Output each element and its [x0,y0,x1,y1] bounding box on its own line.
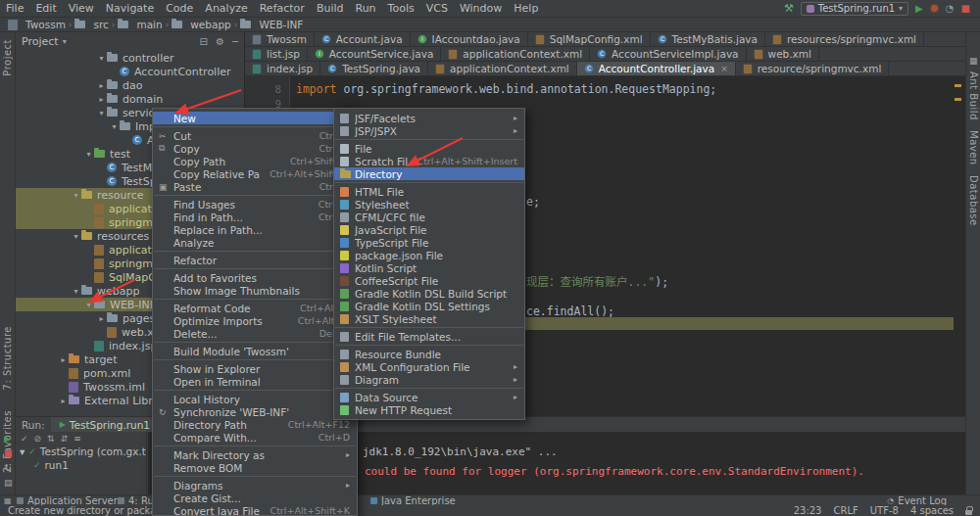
menu-item-compare-with[interactable]: Compare With...Ctrl+D [153,431,357,444]
menu-item-local-history[interactable]: Local History▸ [153,393,357,405]
menu-item-coffeescript-file[interactable]: CoffeeScript File [334,274,524,287]
close-icon[interactable]: × [720,64,728,73]
menu-item-new[interactable]: New▸ [153,112,357,124]
menu-item-paste[interactable]: ▣PasteCtrl+V [153,180,357,193]
tool-button-7-structure[interactable]: 7: Structure [2,326,13,390]
menu-item-gradle-kotlin-dsl-build-script[interactable]: Gradle Kotlin DSL Build Script [334,287,524,300]
chevron-down-icon[interactable]: ▾ [71,287,81,296]
indent-widget[interactable]: 4 spaces [910,505,954,516]
menu-analyze[interactable]: Analyze [199,0,253,17]
tool-button-database[interactable]: Database [968,175,979,226]
error-stripe-mark[interactable] [955,98,961,101]
tab-applicationcontext-xml[interactable]: applicationContext.xml [441,47,590,61]
debug-button[interactable] [930,4,939,13]
menu-item-jsf-facelets[interactable]: JSF/Facelets▸ [334,112,524,124]
test-tree-item-run1[interactable]: ✓run1 [16,458,146,472]
menu-item-diagram[interactable]: Diagram▸ [334,373,524,386]
menu-item-show-image-thumbnails[interactable]: Show Image Thumbnails [153,284,357,297]
menu-item-replace-in-path[interactable]: Replace in Path... [153,223,357,236]
menu-item-kotlin-script[interactable]: Kotlin Script [334,261,524,274]
menu-code[interactable]: Code [160,0,199,17]
error-stripe-mark[interactable] [955,84,961,87]
menu-refactor[interactable]: Refactor [254,0,311,17]
refresh-button[interactable]: ↻ [4,463,12,473]
menu-build[interactable]: Build [311,0,350,17]
menu-item-copy-path[interactable]: Copy PathCtrl+Shift+C [153,155,357,167]
tab-testspring-java[interactable]: CTestSpring.java [320,62,428,75]
coverage-button[interactable]: ◔ [946,3,955,14]
menu-item-directory[interactable]: Directory [334,167,524,180]
tab-resources-springmvc-xml[interactable]: resources/springmvc.xml [765,32,924,46]
menu-item-add-to-favorites[interactable]: Add to Favorites▸ [153,271,357,284]
menu-item-find-in-path[interactable]: Find in Path...Ctrl+H [153,211,357,223]
hide-panel-icon[interactable]: ─ [232,36,238,47]
chevron-down-icon[interactable]: ▾ [71,191,81,200]
chevron-down-icon[interactable]: ▾ [96,54,107,63]
filter-passed-icon[interactable]: ✓ [21,434,28,444]
menu-item-jsp-jspx[interactable]: JSP/JSPX▸ [334,124,524,137]
tab-web-xml[interactable]: web.xml [747,47,819,61]
caret-position[interactable]: 23:23 [794,505,822,516]
breadcrumb-webapp[interactable]: webapp [172,19,230,30]
breadcrumb-main[interactable]: main [118,19,162,30]
tab-account-java[interactable]: CAccount.java [315,32,411,46]
tab-applicationcontext-xml[interactable]: applicationContext.xml [428,62,577,75]
chevron-right-icon[interactable]: ▸ [96,81,107,90]
menu-item-refactor[interactable]: Refactor▸ [153,254,357,266]
filter-ignored-icon[interactable]: ⊘ [34,434,42,444]
menu-item-xml-configuration-file[interactable]: XML Configuration File▸ [334,360,524,373]
run-button[interactable]: ▶ [915,3,923,14]
tab-sqlmapconfig-xml[interactable]: SqlMapConfig.xml [528,32,651,46]
tab-testmybatis-java[interactable]: CTestMyBatis.java [651,32,765,46]
tree-item-dao[interactable]: ▸dao [16,78,244,92]
menu-file[interactable]: File [0,0,29,17]
chevron-down-icon[interactable]: ▾ [83,301,94,309]
run-config-selector[interactable]: TestSpring.run1 ▾ [801,2,908,16]
chevron-right-icon[interactable]: ▸ [96,314,107,323]
menu-item-remove-bom[interactable]: Remove BOM [153,461,357,474]
menu-item-diagrams[interactable]: Diagrams▸ [153,479,357,492]
tab-accountservice-java[interactable]: IAccountService.java [308,47,442,61]
menu-item-xslt-stylesheet[interactable]: XSLT Stylesheet [334,312,524,325]
tool-button-project[interactable]: Project [2,39,13,76]
menu-item-new-http-request[interactable]: New HTTP Request [334,403,524,416]
sort-icon[interactable]: ⇅ [47,434,55,444]
menu-item-html-file[interactable]: HTML File [334,185,524,198]
menu-item-copy-relative-path[interactable]: Copy Relative PathCtrl+Alt+Shift+C [153,167,357,180]
menu-item-stylesheet[interactable]: Stylesheet [334,198,524,211]
stop-button[interactable]: ■ [4,448,13,458]
menu-item-cfml-cfc-file[interactable]: CFML/CFC file [334,211,524,223]
chevron-down-icon[interactable]: ▾ [83,150,94,159]
menu-item-show-in-explorer[interactable]: Show in Explorer [153,362,357,375]
tab-twossm[interactable]: Twossm [245,32,315,46]
menu-item-synchronize-web-inf[interactable]: ↻Synchronize 'WEB-INF' [153,405,357,418]
tab-index-jsp[interactable]: index.jsp [245,62,320,75]
menu-item-edit-file-templates[interactable]: Edit File Templates... [334,330,524,343]
breadcrumb-src[interactable]: src [74,19,108,30]
tab-iaccountdao-java[interactable]: IIAccountdao.java [411,32,528,46]
menu-item-gradle-kotlin-dsl-settings[interactable]: Gradle Kotlin DSL Settings [334,300,524,312]
menu-item-mark-directory-as[interactable]: Mark Directory as▸ [153,448,357,461]
menu-item-file[interactable]: File [334,142,524,155]
tab-list-jsp[interactable]: list.jsp [245,47,308,61]
menu-item-cut[interactable]: ✂CutCtrl+X [153,129,357,142]
build-hammer-icon[interactable]: ⚒ [784,2,794,15]
menu-item-reformat-code[interactable]: Reformat CodeCtrl+Alt+L [153,302,357,314]
menu-item-find-usages[interactable]: Find UsagesCtrl+G [153,198,357,211]
chevron-down-icon[interactable]: ▾ [20,446,24,457]
tool-button-ant-build[interactable]: Ant Build [968,71,979,120]
run-tab[interactable]: ▶ TestSpring.run1 [51,417,159,432]
chevron-down-icon[interactable]: ▾ [109,122,120,131]
tree-item-accountcontroller[interactable]: CAccountController [16,65,244,78]
chevron-down-icon[interactable]: ▾ [71,232,81,241]
chevron-down-icon[interactable]: ▾ [63,37,67,46]
breadcrumb-web-inf[interactable]: WEB-INF [240,19,303,30]
gear-icon[interactable]: ⚙ [216,36,224,47]
tree-item-controller[interactable]: ▾controller [16,51,244,65]
menu-item-package-json-file[interactable]: package.json File [334,249,524,261]
menu-item-typescript-file[interactable]: TypeScript File [334,236,524,249]
rerun-button[interactable]: ▶ [4,434,11,444]
menu-run[interactable]: Run [350,0,382,17]
menu-item-javascript-file[interactable]: JavaScript File [334,223,524,236]
lock-icon[interactable] [965,510,972,515]
